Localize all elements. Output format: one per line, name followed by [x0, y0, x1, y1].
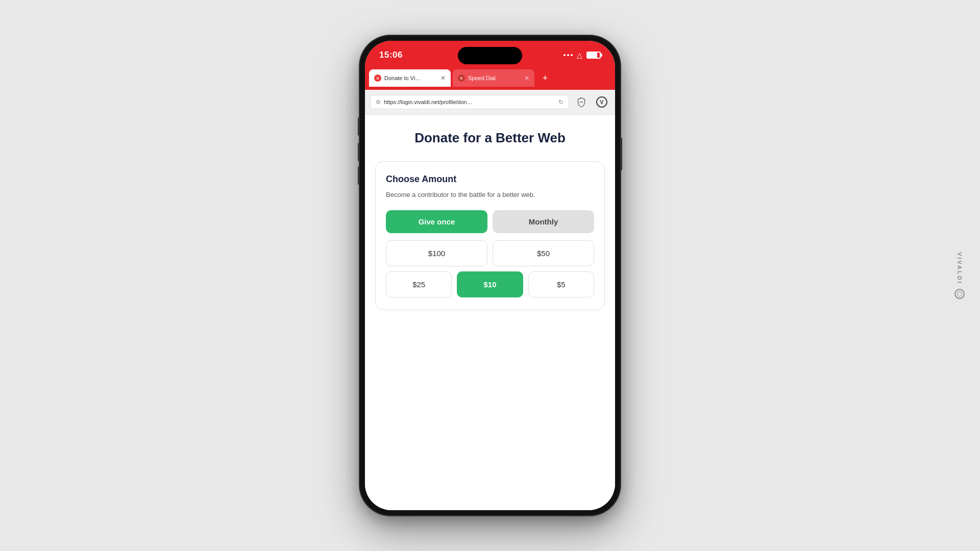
reload-icon[interactable]: ↻: [558, 98, 564, 106]
amount-grid-row2: $25 $10 $5: [386, 271, 594, 297]
phone-screen: 15:06 △ V Donate: [365, 41, 615, 510]
tab-donate[interactable]: V Donate to Vi… ✕: [369, 69, 451, 87]
vivaldi-brand-text: VIVALDI: [957, 252, 963, 285]
donate-card: Choose Amount Become a contributor to th…: [375, 161, 605, 310]
tab-speed-dial-label: Speed Dial: [468, 75, 521, 81]
amount-50-button[interactable]: $50: [493, 240, 594, 266]
battery-icon: [586, 52, 601, 59]
amount-5-button[interactable]: $5: [528, 271, 594, 297]
browser-tabs: V Donate to Vi… ✕ V Speed Dial ✕ +: [365, 69, 615, 90]
url-text: https://login.vivaldi.net/profile/don…: [384, 99, 555, 105]
monthly-button[interactable]: Monthly: [493, 210, 594, 233]
page-content: Donate for a Better Web Choose Amount Be…: [365, 115, 615, 510]
lock-icon: ⚙: [376, 99, 381, 106]
wifi-icon: △: [577, 51, 582, 59]
new-tab-button[interactable]: +: [537, 70, 553, 86]
give-once-button[interactable]: Give once: [386, 210, 487, 233]
card-description: Become a contributor to the battle for a…: [386, 190, 594, 200]
page-title: Donate for a Better Web: [375, 130, 605, 146]
shield-button[interactable]: [573, 94, 590, 110]
url-bar-container: ⚙ https://login.vivaldi.net/profile/don……: [365, 90, 615, 115]
signal-icon: [564, 54, 573, 56]
status-time: 15:06: [379, 50, 403, 60]
card-title: Choose Amount: [386, 174, 594, 185]
url-bar[interactable]: ⚙ https://login.vivaldi.net/profile/don……: [370, 95, 569, 109]
vivaldi-logo: [954, 289, 965, 299]
tab-donate-label: Donate to Vi…: [384, 75, 437, 81]
vivaldi-tab-icon-1: V: [374, 74, 381, 82]
vivaldi-watermark: VIVALDI: [954, 252, 965, 299]
phone-container: 15:06 △ V Donate: [360, 36, 620, 515]
amount-100-button[interactable]: $100: [386, 240, 487, 266]
vivaldi-menu-button[interactable]: V: [594, 94, 610, 110]
tab-speed-dial[interactable]: V Speed Dial ✕: [453, 69, 534, 87]
status-icons: △: [564, 51, 601, 59]
amount-10-button[interactable]: $10: [457, 271, 523, 297]
tab-speed-dial-close[interactable]: ✕: [524, 74, 529, 82]
amount-25-button[interactable]: $25: [386, 271, 452, 297]
status-bar: 15:06 △: [365, 41, 615, 69]
amount-grid-row1: $100 $50: [386, 240, 594, 266]
frequency-buttons: Give once Monthly: [386, 210, 594, 233]
tab-donate-close[interactable]: ✕: [440, 74, 446, 82]
dynamic-island: [458, 47, 522, 64]
vivaldi-tab-icon-2: V: [458, 74, 465, 82]
